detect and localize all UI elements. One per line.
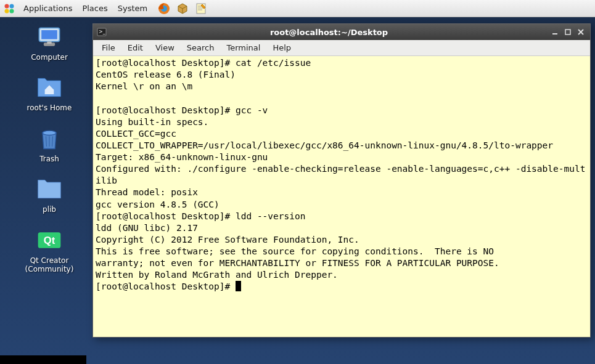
gnome-menu-icon[interactable] — [2, 2, 16, 15]
package-icon[interactable] — [176, 2, 189, 15]
desktop-icons: Computer root's Home Trash plib Qt Qt Cr… — [18, 22, 80, 273]
svg-rect-11 — [41, 30, 57, 39]
svg-text:Qt: Qt — [44, 234, 55, 245]
close-button[interactable] — [575, 27, 586, 37]
svg-point-14 — [43, 131, 56, 135]
menu-search[interactable]: Search — [181, 41, 221, 55]
svg-rect-13 — [47, 41, 51, 44]
desktop-icon-label: Computer — [31, 53, 68, 62]
top-panel: Applications Places System — [0, 0, 595, 17]
menu-edit[interactable]: Edit — [121, 41, 149, 55]
menu-help[interactable]: Help — [266, 41, 297, 55]
menu-terminal[interactable]: Terminal — [220, 41, 266, 55]
svg-point-3 — [10, 9, 14, 13]
menu-file[interactable]: File — [96, 41, 121, 55]
svg-text:>_: >_ — [99, 29, 105, 34]
window-title: root@localhost:~/Desktop — [110, 28, 548, 37]
panel-tray — [157, 2, 208, 15]
maximize-button[interactable] — [562, 27, 573, 37]
desktop-icon-label: plib — [43, 205, 56, 214]
desktop-icon-label: root's Home — [27, 103, 72, 112]
qt-creator-icon[interactable]: Qt Qt Creator (Community) — [25, 225, 74, 274]
trash-icon[interactable]: Trash — [35, 124, 64, 163]
computer-icon[interactable]: Computer — [31, 22, 68, 62]
system-menu[interactable]: System — [113, 1, 152, 15]
firefox-icon[interactable] — [157, 2, 171, 15]
menu-view[interactable]: View — [149, 41, 181, 55]
svg-point-1 — [10, 4, 14, 8]
terminal-icon: >_ — [97, 27, 107, 37]
desktop-icon-label: Trash — [39, 155, 59, 163]
folder-icon[interactable]: plib — [35, 174, 64, 214]
svg-point-0 — [5, 4, 9, 8]
svg-rect-23 — [565, 30, 570, 34]
titlebar[interactable]: >_ root@localhost:~/Desktop — [93, 24, 590, 40]
menubar: File Edit View Search Terminal Help — [93, 40, 590, 56]
terminal-output[interactable]: [root@localhost Desktop]# cat /etc/issue… — [93, 56, 590, 337]
desktop-icon-label: Qt Creator (Community) — [25, 256, 74, 274]
home-folder-icon[interactable]: root's Home — [27, 73, 72, 112]
taskbar[interactable] — [0, 355, 86, 364]
places-menu[interactable]: Places — [77, 1, 112, 15]
svg-point-2 — [5, 9, 9, 13]
cursor — [236, 281, 241, 291]
applications-menu[interactable]: Applications — [18, 1, 77, 15]
minimize-button[interactable] — [549, 27, 560, 37]
notepad-icon[interactable] — [194, 2, 208, 15]
terminal-window: >_ root@localhost:~/Desktop File Edit Vi… — [92, 23, 591, 338]
